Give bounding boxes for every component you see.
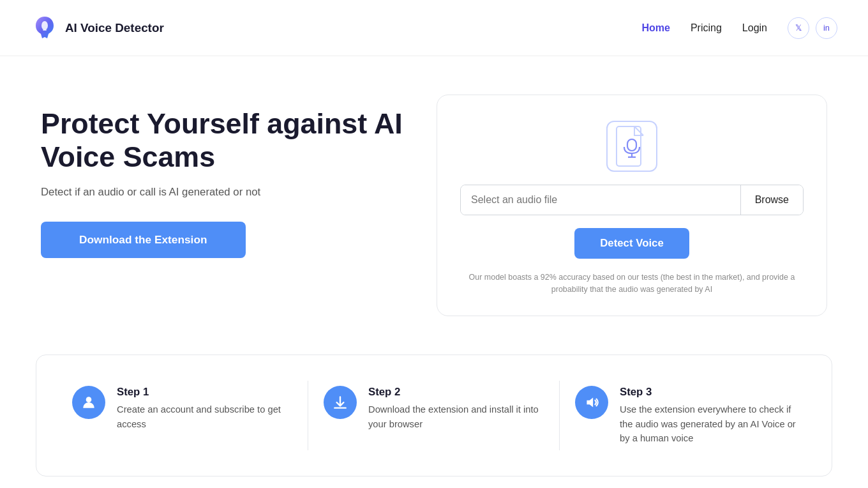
browse-button[interactable]: Browse <box>740 185 803 215</box>
svg-point-6 <box>86 397 92 403</box>
user-icon <box>80 394 97 411</box>
navbar: AI Voice Detector Home Pricing Login 𝕏 i… <box>0 0 868 56</box>
download-extension-button[interactable]: Download the Extension <box>41 222 246 258</box>
step-2: Step 2 Download the extension and instal… <box>308 381 560 450</box>
nav-links: Home Pricing Login 𝕏 in <box>641 17 837 39</box>
step-3: Step 3 Use the extension everywhere to c… <box>560 381 811 450</box>
step-1-title: Step 1 <box>117 386 292 399</box>
svg-marker-7 <box>587 398 593 408</box>
logo[interactable]: AI Voice Detector <box>31 14 164 42</box>
linkedin-button[interactable]: in <box>816 17 837 39</box>
step-1-content: Step 1 Create an account and subscribe t… <box>117 386 292 431</box>
nav-social: 𝕏 in <box>788 17 837 39</box>
step-3-desc: Use the extension everywhere to check if… <box>620 402 796 445</box>
steps-section: Step 1 Create an account and subscribe t… <box>36 355 832 476</box>
upload-note: Our model boasts a 92% accuracy based on… <box>460 271 804 295</box>
step-3-icon-circle <box>575 386 608 419</box>
svg-point-0 <box>41 21 48 30</box>
detect-voice-button[interactable]: Detect Voice <box>574 228 689 259</box>
svg-rect-2 <box>617 126 641 166</box>
upload-card: Browse Detect Voice Our model boasts a 9… <box>437 95 827 316</box>
file-input-row: Browse <box>460 185 804 215</box>
step-2-content: Step 2 Download the extension and instal… <box>368 386 544 431</box>
hero-title: Protect Yourself against AI Voice Scams <box>41 107 411 173</box>
svg-rect-1 <box>43 29 47 31</box>
step-2-desc: Download the extension and install it in… <box>368 402 544 431</box>
nav-home[interactable]: Home <box>641 22 670 34</box>
nav-login[interactable]: Login <box>742 22 767 34</box>
hero-subtitle: Detect if an audio or call is AI generat… <box>41 186 411 199</box>
hero-section: Protect Yourself against AI Voice Scams … <box>0 56 868 355</box>
twitter-button[interactable]: 𝕏 <box>788 17 809 39</box>
step-1-desc: Create an account and subscribe to get a… <box>117 402 292 431</box>
step-3-title: Step 3 <box>620 386 796 399</box>
linkedin-icon: in <box>823 23 830 33</box>
audio-file-icon <box>614 125 650 167</box>
audio-file-input[interactable] <box>461 185 740 215</box>
hero-left: Protect Yourself against AI Voice Scams … <box>41 95 411 258</box>
step-2-title: Step 2 <box>368 386 544 399</box>
logo-text: AI Voice Detector <box>65 21 164 35</box>
step-2-icon-circle <box>324 386 357 419</box>
step-1: Step 1 Create an account and subscribe t… <box>57 381 308 450</box>
nav-pricing[interactable]: Pricing <box>691 22 722 34</box>
download-icon <box>332 394 348 411</box>
volume-icon <box>583 394 600 411</box>
logo-icon <box>31 14 59 42</box>
twitter-icon: 𝕏 <box>795 23 802 33</box>
upload-icon-wrap <box>606 121 657 172</box>
step-1-icon-circle <box>72 386 105 419</box>
step-3-content: Step 3 Use the extension everywhere to c… <box>620 386 796 445</box>
